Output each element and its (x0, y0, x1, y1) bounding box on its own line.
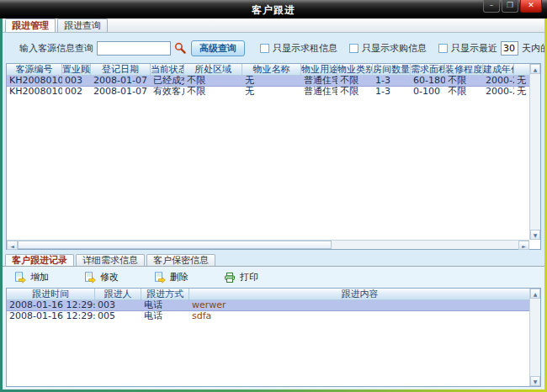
scroll-track[interactable] (530, 299, 540, 376)
table-row[interactable]: KH2008010700010022008-01-07有效客户不限无普通住宅不限… (7, 87, 529, 97)
column-header[interactable]: 跟进时间 (7, 289, 95, 299)
followup-grid: 跟进时间跟进人跟进方式跟进内容 2008-01-16 12:29:41003电话… (6, 288, 541, 387)
modify-button[interactable]: 修改 (84, 271, 119, 283)
window-title: 客户跟进 (0, 3, 547, 18)
followup-grid-vscrollbar[interactable]: ▲ ▼ (529, 289, 540, 386)
print-button[interactable]: 打印 (224, 271, 258, 283)
table-cell: sdfa (189, 311, 529, 321)
client-area: 跟进管理 跟进查询 输入客源信息查询 高级查询 只显示求租信息 只显示求购信息 (3, 19, 544, 389)
followup-grid-view: 跟进时间跟进人跟进方式跟进内容 2008-01-16 12:29:41003电话… (7, 289, 529, 386)
table-cell: 60-180 (411, 76, 445, 86)
tab-followup-records[interactable]: 客户跟进记录 (5, 254, 74, 266)
table-cell: 电话 (141, 300, 189, 310)
print-button-label: 打印 (240, 271, 258, 283)
scroll-thumb[interactable] (18, 241, 332, 249)
scroll-track[interactable] (530, 74, 540, 230)
column-header[interactable]: 物业用途 (301, 64, 337, 75)
tab-followup-manage[interactable]: 跟进管理 (5, 19, 56, 32)
maximize-button[interactable]: ❐ (502, 0, 518, 13)
search-input[interactable] (97, 41, 171, 56)
table-cell: 电话 (141, 311, 189, 321)
followup-toolbar: 增加 修改 (3, 267, 544, 288)
column-header[interactable]: 置业顾问 (62, 64, 91, 75)
column-header[interactable]: 房间数量 (373, 64, 411, 75)
table-cell: werwer (189, 300, 529, 310)
followup-grid-body: 2008-01-16 12:29:41003电话werwer2008-01-16… (7, 300, 529, 321)
column-header[interactable]: 跟进内容 (189, 289, 529, 299)
search-row: 输入客源信息查询 高级查询 只显示求租信息 只显示求购信息 只显示最近 (3, 33, 544, 63)
recent-checkbox[interactable] (438, 44, 448, 53)
scroll-up-icon[interactable]: ▲ (530, 289, 540, 299)
table-cell: KH200801070001 (7, 87, 62, 97)
print-icon (224, 272, 236, 283)
table-row[interactable]: 2008-01-16 12:29:41003电话werwer (7, 300, 529, 311)
column-header[interactable]: 装修程度 (445, 64, 483, 75)
scroll-down-icon[interactable]: ▼ (530, 230, 540, 240)
table-cell: 1-3 (373, 76, 411, 86)
column-header[interactable]: 跟进方式 (141, 289, 189, 299)
table-row[interactable]: KH2008010700020032008-01-07已经成交不限无普通住宅不限… (7, 76, 529, 87)
column-header[interactable]: 物业名称 (242, 64, 301, 75)
advanced-query-button[interactable]: 高级查询 (191, 40, 245, 56)
column-header[interactable]: 登记日期 (91, 64, 151, 75)
table-cell: 无 (514, 76, 529, 86)
window-controls: – ❐ ✕ (481, 0, 542, 13)
app-window: 客户跟进 – ❐ ✕ 跟进管理 跟进查询 输入客源信息查询 高级查询 只显示 (0, 0, 547, 392)
table-cell: 003 (95, 300, 141, 310)
column-header[interactable]: 建成年份 (483, 64, 514, 75)
add-button-label: 增加 (30, 271, 49, 283)
detail-tabstrip: 客户跟进记录 详细需求信息 客户保密信息 (3, 253, 544, 266)
modify-button-label: 修改 (100, 271, 119, 283)
column-header[interactable]: 需求面积 (411, 64, 445, 75)
scroll-down-icon[interactable]: ▼ (530, 376, 540, 386)
table-row[interactable]: 2008-01-16 12:29:35005电话sdfa (7, 311, 529, 321)
tab-detail-requirements[interactable]: 详细需求信息 (76, 254, 145, 266)
scroll-left-icon[interactable]: ◄ (7, 241, 18, 250)
scroll-right-icon[interactable]: ► (518, 241, 529, 250)
tab-customer-confidential[interactable]: 客户保密信息 (146, 254, 215, 266)
rent-checkbox[interactable] (260, 44, 269, 53)
customer-grid-hscrollbar[interactable]: ◄ ► (7, 240, 529, 249)
purchase-checkbox-label: 只显示求购信息 (362, 42, 427, 55)
table-cell: 2008-01-16 12:29:35 (7, 311, 95, 321)
scroll-up-icon[interactable]: ▲ (530, 64, 540, 74)
table-cell: 2000-2008 (483, 76, 514, 86)
add-button[interactable]: 增加 (14, 271, 49, 283)
table-cell: 2008-01-07 (91, 87, 151, 97)
table-cell: 不限 (445, 76, 483, 86)
purchase-checkbox[interactable] (349, 44, 358, 53)
table-cell: 普通住宅 (301, 76, 337, 86)
table-cell: 003 (62, 76, 91, 86)
column-header[interactable]: 所处区域 (184, 64, 242, 75)
column-header[interactable] (514, 64, 529, 75)
customer-grid-view: 客源编号置业顾问登记日期当前状态所处区域物业名称物业用途物业类别房间数量需求面积… (7, 64, 529, 240)
table-cell: 有效客户 (151, 87, 184, 97)
main-tabstrip: 跟进管理 跟进查询 (3, 19, 544, 33)
minimize-button[interactable]: – (483, 0, 500, 13)
customer-grid-vscrollbar[interactable]: ▲ ▼ (529, 64, 540, 240)
days-suffix-label: 天内的信息 (522, 42, 544, 55)
add-doc-icon (14, 272, 26, 283)
search-label: 输入客源信息查询 (19, 42, 93, 55)
table-cell: 002 (62, 87, 91, 97)
column-header[interactable]: 物业类别 (337, 64, 373, 75)
detail-panel-body: 增加 修改 (3, 266, 544, 389)
column-header[interactable]: 当前状态 (151, 64, 184, 75)
scroll-track[interactable] (332, 241, 518, 249)
search-icon[interactable] (174, 42, 186, 54)
table-cell: 无 (242, 76, 301, 86)
titlebar: 客户跟进 – ❐ ✕ (0, 0, 547, 19)
column-header[interactable]: 客源编号 (7, 64, 62, 75)
recent-checkbox-label: 只显示最近 (451, 42, 497, 55)
column-header[interactable]: 跟进人 (95, 289, 141, 299)
table-cell: 不限 (337, 87, 373, 97)
table-cell: 无 (242, 87, 301, 97)
delete-button[interactable]: 删除 (154, 271, 189, 283)
table-cell: 普通住宅 (301, 87, 337, 97)
table-cell: 不限 (445, 87, 483, 97)
table-cell: 2008-01-16 12:29:41 (7, 300, 95, 310)
modify-doc-icon (84, 272, 96, 283)
days-input[interactable] (501, 41, 518, 56)
close-button[interactable]: ✕ (520, 0, 542, 13)
tab-followup-query[interactable]: 跟进查询 (57, 19, 108, 32)
